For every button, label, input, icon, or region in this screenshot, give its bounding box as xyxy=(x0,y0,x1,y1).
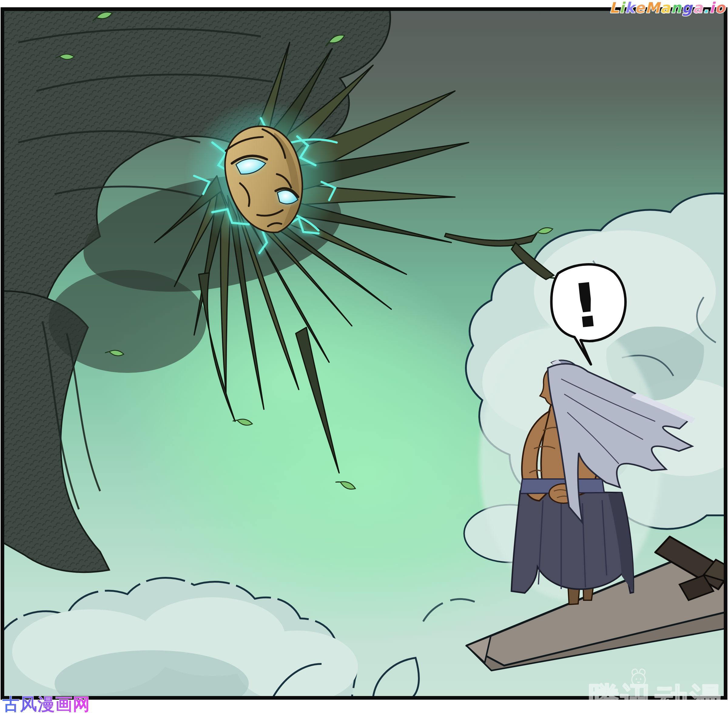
tencent-logo-text: 腾讯动漫 xyxy=(585,680,724,713)
site-watermark-bottom-left: 古风漫画网 xyxy=(2,694,90,713)
site-watermark-top-right: LikeManga.io xyxy=(609,0,726,16)
manhua-page: ! LikeManga.io 古风漫画网 腾讯动漫 xyxy=(0,0,728,713)
